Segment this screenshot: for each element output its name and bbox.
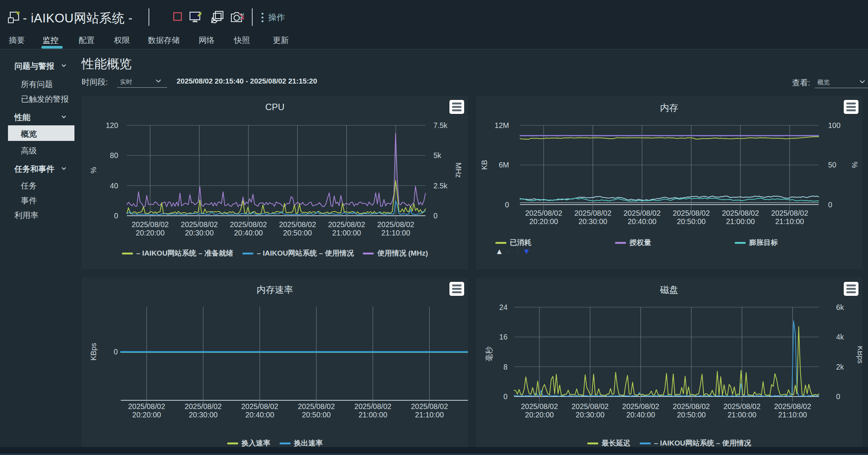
svg-text:2025/08/02: 2025/08/02 [298, 402, 335, 411]
svg-text:2025/08/02: 2025/08/02 [377, 220, 414, 229]
svg-text:16: 16 [499, 333, 508, 341]
svg-text:MHz: MHz [454, 163, 463, 178]
svg-text:80: 80 [110, 151, 118, 160]
svg-text:2025/08/02: 2025/08/02 [279, 220, 316, 229]
svg-text:0: 0 [114, 348, 118, 356]
svg-text:21:10:00: 21:10:00 [415, 411, 444, 419]
svg-text:KBps: KBps [89, 343, 98, 360]
svg-text:20:50:00: 20:50:00 [283, 229, 312, 237]
svg-text:20:40:00: 20:40:00 [245, 411, 274, 419]
svg-text:2025/08/02: 2025/08/02 [354, 402, 392, 411]
svg-text:4k: 4k [836, 333, 844, 341]
svg-text:0: 0 [503, 392, 508, 401]
svg-text:21:00:00: 21:00:00 [727, 411, 756, 419]
svg-text:2025/08/02: 2025/08/02 [574, 209, 612, 217]
svg-text:120: 120 [106, 121, 118, 130]
svg-text:20:20:00: 20:20:00 [136, 229, 164, 237]
svg-text:2025/08/02: 2025/08/02 [185, 402, 222, 411]
svg-text:2025/08/02: 2025/08/02 [623, 209, 661, 217]
svg-text:6k: 6k [836, 303, 844, 311]
svg-text:2025/08/02: 2025/08/02 [771, 209, 808, 217]
svg-text:50: 50 [828, 161, 836, 169]
svg-text:2025/08/02: 2025/08/02 [774, 402, 811, 411]
svg-text:6M: 6M [499, 161, 509, 169]
svg-text:21:10:00: 21:10:00 [775, 217, 804, 226]
svg-text:21:00:00: 21:00:00 [359, 411, 387, 419]
svg-text:2025/08/02: 2025/08/02 [673, 402, 710, 411]
svg-text:2025/08/02: 2025/08/02 [128, 402, 165, 411]
svg-text:20:40:00: 20:40:00 [234, 229, 263, 237]
svg-text:2025/08/02: 2025/08/02 [622, 402, 659, 411]
svg-text:20:20:00: 20:20:00 [529, 217, 558, 226]
svg-text:2.5k: 2.5k [433, 182, 447, 190]
svg-text:20:30:00: 20:30:00 [576, 411, 604, 419]
svg-text:5k: 5k [433, 151, 441, 160]
svg-text:20:20:00: 20:20:00 [132, 411, 161, 419]
svg-text:KB: KB [480, 160, 489, 170]
svg-text:2k: 2k [836, 363, 844, 371]
svg-text:0: 0 [433, 212, 438, 220]
svg-text:21:00:00: 21:00:00 [332, 229, 361, 237]
svg-text:20:40:00: 20:40:00 [628, 217, 656, 226]
svg-text:2025/08/02: 2025/08/02 [571, 402, 609, 411]
svg-text:20:40:00: 20:40:00 [626, 411, 655, 419]
svg-text:20:50:00: 20:50:00 [677, 217, 706, 226]
svg-text:21:00:00: 21:00:00 [726, 217, 755, 226]
svg-text:24: 24 [499, 303, 508, 311]
svg-text:20:50:00: 20:50:00 [677, 411, 706, 419]
svg-text:2025/08/02: 2025/08/02 [241, 402, 278, 411]
svg-text:0: 0 [828, 201, 832, 209]
svg-text:2025/08/02: 2025/08/02 [525, 209, 562, 217]
svg-text:0: 0 [836, 392, 840, 401]
svg-text:20:50:00: 20:50:00 [302, 411, 331, 419]
svg-text:21:10:00: 21:10:00 [381, 229, 410, 237]
svg-text:2025/08/02: 2025/08/02 [230, 220, 267, 229]
svg-text:0: 0 [114, 212, 118, 220]
svg-text:100: 100 [828, 121, 841, 130]
svg-text:21:10:00: 21:10:00 [778, 411, 807, 419]
svg-text:2025/08/02: 2025/08/02 [411, 402, 448, 411]
svg-text:0: 0 [505, 201, 509, 209]
svg-text:2025/08/02: 2025/08/02 [328, 220, 365, 229]
svg-text:毫秒: 毫秒 [485, 346, 493, 362]
svg-text:2025/08/02: 2025/08/02 [723, 402, 760, 411]
svg-text:12M: 12M [495, 121, 509, 130]
svg-text:40: 40 [110, 182, 118, 190]
svg-text:2025/08/02: 2025/08/02 [722, 209, 759, 217]
svg-text:20:30:00: 20:30:00 [189, 411, 218, 419]
svg-text:2025/08/02: 2025/08/02 [673, 209, 710, 217]
svg-text:2025/08/02: 2025/08/02 [521, 402, 558, 411]
svg-text:20:30:00: 20:30:00 [185, 229, 214, 237]
svg-text:%: % [851, 161, 859, 168]
svg-text:2025/08/02: 2025/08/02 [131, 220, 169, 229]
svg-text:%: % [89, 167, 98, 173]
svg-text:8: 8 [503, 363, 508, 371]
svg-text:20:30:00: 20:30:00 [579, 217, 607, 226]
svg-text:20:20:00: 20:20:00 [525, 411, 554, 419]
svg-text:KBps: KBps [856, 346, 862, 364]
svg-text:2025/08/02: 2025/08/02 [181, 220, 218, 229]
svg-text:7.5k: 7.5k [433, 121, 447, 130]
